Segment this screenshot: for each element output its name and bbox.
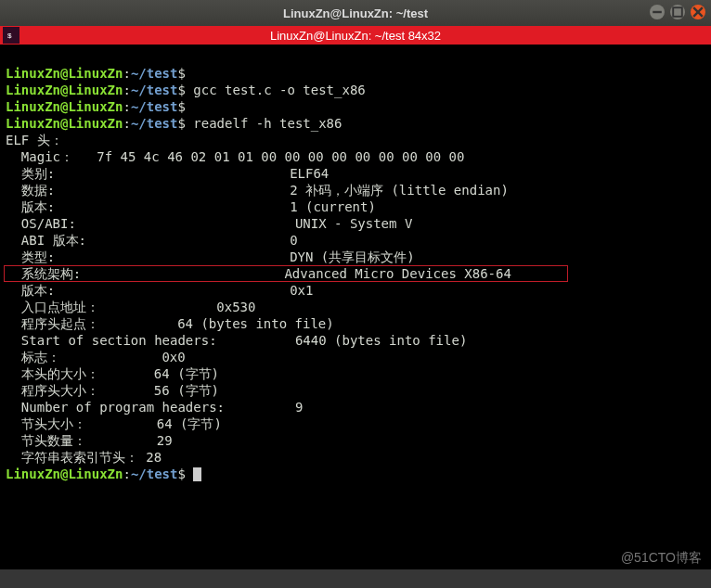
minimize-button[interactable] (650, 5, 665, 19)
prompt-sigil: $ (177, 66, 185, 81)
output-value: 0x0 (162, 350, 185, 364)
maximize-button[interactable] (670, 5, 685, 19)
output-value: DYN (共享目标文件) (290, 249, 415, 264)
output-label: 入口点地址： (6, 300, 216, 314)
output-label: 程序头起点： (6, 316, 177, 331)
cursor (193, 467, 201, 481)
output-value-arch: Advanced Micro Devices X86-64 (284, 266, 511, 281)
prompt-sep: : (123, 467, 130, 481)
output-value: ELF64 (290, 166, 329, 181)
output-value: 9 (295, 400, 303, 415)
output-value: 2 补码，小端序 (little endian) (290, 183, 509, 198)
output-label: 字符串表索引节头： (6, 450, 146, 465)
tab-bar: $ LinuxZn@LinuxZn: ~/test 84x32 (0, 26, 711, 45)
output-value: 29 (157, 433, 173, 448)
terminal-window: LinuxZn@LinuxZn: ~/test $ LinuxZn@LinuxZ… (0, 0, 711, 588)
output-value: 28 (146, 450, 162, 465)
svg-text:$: $ (7, 32, 12, 40)
close-icon (691, 5, 705, 19)
output-value: 1 (current) (290, 199, 376, 214)
output-line: ELF 头： (6, 133, 63, 147)
output-value: 64 (bytes into file) (177, 316, 334, 331)
output-value: 0x530 (216, 300, 255, 314)
prompt-sigil: $ (177, 116, 185, 131)
terminal-tab-icon[interactable]: $ (3, 27, 19, 44)
prompt-path: ~/test (131, 83, 178, 97)
prompt-path: ~/test (131, 66, 178, 81)
output-label: Number of program headers: (6, 400, 295, 415)
window-controls (650, 5, 705, 19)
terminal-body[interactable]: LinuxZn@LinuxZn:~/test$ LinuxZn@LinuxZn:… (0, 45, 711, 569)
output-label: OS/ABI: (6, 216, 295, 231)
output-value: 0x1 (290, 283, 313, 298)
prompt-path: ~/test (131, 116, 178, 131)
output-value: 64 (字节) (154, 366, 219, 381)
cmd-gcc: gcc test.c -o test_x86 (193, 83, 365, 97)
output-value: UNIX - System V (295, 216, 412, 231)
minimize-icon (650, 5, 665, 19)
prompt-user: LinuxZn@LinuxZn (6, 467, 123, 481)
prompt-path: ~/test (131, 467, 178, 481)
output-value: 0 (290, 233, 297, 248)
prompt-sigil: $ (177, 99, 185, 114)
close-button[interactable] (691, 5, 705, 19)
prompt-sep: : (123, 99, 130, 114)
output-value: 56 (字节) (154, 383, 219, 398)
output-label: 类型: (6, 249, 290, 264)
prompt-sep: : (123, 66, 130, 81)
output-label: 本头的大小： (6, 366, 154, 381)
prompt-user: LinuxZn@LinuxZn (6, 99, 123, 114)
watermark: @51CTO博客 (621, 549, 702, 566)
output-label: 版本: (6, 199, 290, 214)
output-label: 标志： (6, 350, 162, 364)
tab-title: LinuxZn@LinuxZn: ~/test 84x32 (270, 29, 441, 43)
output-label: 程序头大小： (6, 383, 154, 398)
output-label: 节头大小： (6, 416, 157, 431)
prompt-user: LinuxZn@LinuxZn (6, 66, 123, 81)
prompt-user: LinuxZn@LinuxZn (6, 83, 123, 97)
cmd-readelf: readelf -h test_x86 (193, 116, 342, 131)
svg-rect-1 (673, 7, 682, 17)
output-line: Magic： 7f 45 4c 46 02 01 01 00 00 00 00 … (6, 149, 472, 164)
output-value: 64 (字节) (157, 416, 222, 431)
prompt-sep: : (123, 116, 130, 131)
prompt-sigil: $ (177, 467, 185, 481)
prompt-user: LinuxZn@LinuxZn (6, 116, 123, 131)
output-label: 系统架构: (6, 266, 284, 281)
prompt-sigil: $ (177, 83, 185, 97)
prompt-path: ~/test (131, 99, 178, 114)
window-title: LinuxZn@LinuxZn: ~/test (283, 6, 428, 20)
maximize-icon (670, 5, 685, 19)
output-label: 数据: (6, 183, 290, 198)
output-label: 类别: (6, 166, 290, 181)
output-value: 6440 (bytes into file) (295, 333, 467, 348)
output-label: 节头数量： (6, 433, 157, 448)
output-label: 版本: (6, 283, 290, 298)
output-label: Start of section headers: (6, 333, 295, 348)
window-titlebar: LinuxZn@LinuxZn: ~/test (0, 0, 711, 26)
prompt-sep: : (123, 83, 130, 97)
output-label: ABI 版本: (6, 233, 290, 248)
highlighted-arch-line: 系统架构: Advanced Micro Devices X86-64 (4, 265, 568, 282)
